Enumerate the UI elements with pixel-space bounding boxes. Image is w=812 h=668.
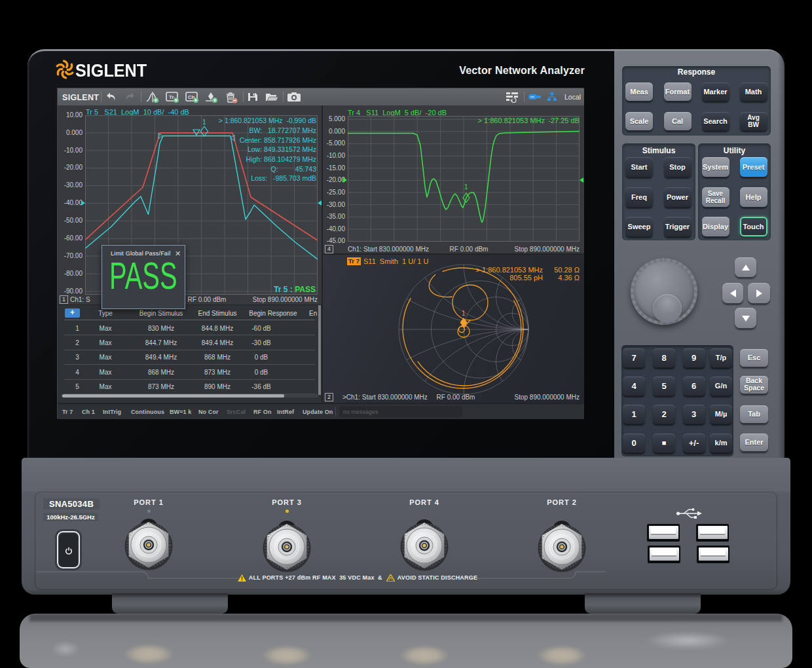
svg-text:1: 1 <box>464 183 468 191</box>
svg-text:1: 1 <box>462 310 466 317</box>
svg-text:Tr: Tr <box>169 94 174 100</box>
